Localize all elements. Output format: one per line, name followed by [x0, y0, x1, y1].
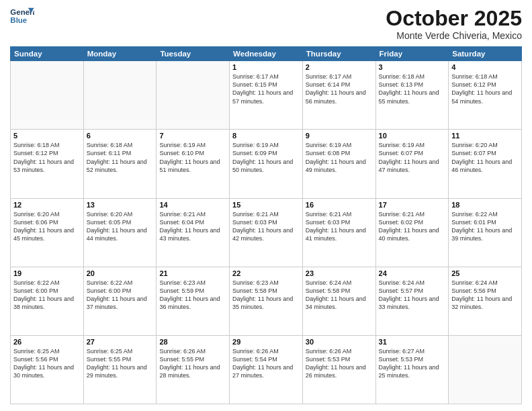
- day-info: Sunrise: 6:18 AM Sunset: 6:12 PM Dayligh…: [13, 141, 81, 174]
- table-row: 20Sunrise: 6:22 AM Sunset: 6:00 PM Dayli…: [83, 267, 157, 335]
- title-section: October 2025 Monte Verde Chiveria, Mexic…: [386, 7, 522, 41]
- day-number: 24: [379, 269, 446, 277]
- day-number: 31: [379, 338, 446, 346]
- day-info: Sunrise: 6:19 AM Sunset: 6:07 PM Dayligh…: [379, 141, 446, 174]
- day-number: 23: [306, 269, 373, 277]
- day-number: 25: [451, 269, 519, 277]
- table-row: 31Sunrise: 6:27 AM Sunset: 5:53 PM Dayli…: [375, 335, 449, 404]
- table-row: 25Sunrise: 6:24 AM Sunset: 5:56 PM Dayli…: [449, 267, 522, 335]
- header: General Blue October 2025 Monte Verde Ch…: [10, 7, 522, 41]
- table-row: 6Sunrise: 6:18 AM Sunset: 6:11 PM Daylig…: [83, 130, 157, 198]
- day-number: 13: [87, 201, 154, 209]
- table-row: 9Sunrise: 6:19 AM Sunset: 6:08 PM Daylig…: [302, 130, 375, 198]
- table-row: 22Sunrise: 6:23 AM Sunset: 5:58 PM Dayli…: [230, 267, 303, 335]
- day-info: Sunrise: 6:25 AM Sunset: 5:55 PM Dayligh…: [87, 347, 154, 380]
- day-number: 16: [306, 201, 373, 209]
- table-row: 19Sunrise: 6:22 AM Sunset: 6:00 PM Dayli…: [11, 267, 84, 335]
- day-info: Sunrise: 6:23 AM Sunset: 5:58 PM Dayligh…: [232, 279, 300, 312]
- day-number: 17: [379, 201, 446, 209]
- location: Monte Verde Chiveria, Mexico: [386, 30, 522, 41]
- day-number: 22: [232, 269, 300, 277]
- logo-icon: General Blue: [10, 7, 34, 27]
- day-number: 1: [232, 63, 300, 71]
- day-info: Sunrise: 6:20 AM Sunset: 6:05 PM Dayligh…: [87, 210, 154, 243]
- table-row: 29Sunrise: 6:26 AM Sunset: 5:54 PM Dayli…: [230, 335, 303, 404]
- table-row: 13Sunrise: 6:20 AM Sunset: 6:05 PM Dayli…: [83, 198, 157, 267]
- month-title: October 2025: [386, 7, 522, 30]
- day-info: Sunrise: 6:17 AM Sunset: 6:15 PM Dayligh…: [232, 73, 300, 105]
- table-row: 30Sunrise: 6:26 AM Sunset: 5:53 PM Dayli…: [302, 335, 375, 404]
- day-number: 18: [451, 201, 519, 209]
- day-info: Sunrise: 6:19 AM Sunset: 6:09 PM Dayligh…: [232, 141, 300, 174]
- day-number: 3: [379, 63, 446, 71]
- svg-text:Blue: Blue: [10, 16, 27, 24]
- day-info: Sunrise: 6:24 AM Sunset: 5:58 PM Dayligh…: [306, 279, 373, 312]
- col-monday: Monday: [83, 47, 157, 61]
- table-row: 8Sunrise: 6:19 AM Sunset: 6:09 PM Daylig…: [230, 130, 303, 198]
- day-info: Sunrise: 6:24 AM Sunset: 5:56 PM Dayligh…: [451, 279, 519, 312]
- day-info: Sunrise: 6:26 AM Sunset: 5:55 PM Dayligh…: [159, 347, 226, 380]
- day-info: Sunrise: 6:22 AM Sunset: 6:00 PM Dayligh…: [87, 279, 154, 312]
- day-info: Sunrise: 6:17 AM Sunset: 6:14 PM Dayligh…: [306, 73, 373, 105]
- table-row: 27Sunrise: 6:25 AM Sunset: 5:55 PM Dayli…: [83, 335, 157, 404]
- day-number: 7: [159, 132, 226, 140]
- col-wednesday: Wednesday: [230, 47, 303, 61]
- week-row-4: 26Sunrise: 6:25 AM Sunset: 5:56 PM Dayli…: [11, 335, 522, 404]
- day-number: 26: [13, 338, 81, 346]
- table-row: 3Sunrise: 6:18 AM Sunset: 6:13 PM Daylig…: [375, 61, 449, 130]
- day-info: Sunrise: 6:21 AM Sunset: 6:02 PM Dayligh…: [379, 210, 446, 243]
- day-info: Sunrise: 6:25 AM Sunset: 5:56 PM Dayligh…: [13, 347, 81, 380]
- table-row: 23Sunrise: 6:24 AM Sunset: 5:58 PM Dayli…: [302, 267, 375, 335]
- page: General Blue October 2025 Monte Verde Ch…: [0, 0, 532, 411]
- day-number: 11: [451, 132, 519, 140]
- week-row-1: 5Sunrise: 6:18 AM Sunset: 6:12 PM Daylig…: [11, 130, 522, 198]
- col-sunday: Sunday: [11, 47, 84, 61]
- table-row: 15Sunrise: 6:21 AM Sunset: 6:03 PM Dayli…: [230, 198, 303, 267]
- day-number: 6: [87, 132, 154, 140]
- day-info: Sunrise: 6:18 AM Sunset: 6:11 PM Dayligh…: [87, 141, 154, 174]
- day-info: Sunrise: 6:18 AM Sunset: 6:13 PM Dayligh…: [379, 73, 446, 105]
- day-number: 8: [232, 132, 300, 140]
- col-friday: Friday: [375, 47, 449, 61]
- day-number: 20: [87, 269, 154, 277]
- day-number: 19: [13, 269, 81, 277]
- day-number: 28: [159, 338, 226, 346]
- table-row: [157, 61, 230, 130]
- day-info: Sunrise: 6:24 AM Sunset: 5:57 PM Dayligh…: [379, 279, 446, 312]
- week-row-0: 1Sunrise: 6:17 AM Sunset: 6:15 PM Daylig…: [11, 61, 522, 130]
- day-info: Sunrise: 6:20 AM Sunset: 6:06 PM Dayligh…: [13, 210, 81, 243]
- day-number: 30: [306, 338, 373, 346]
- table-row: 24Sunrise: 6:24 AM Sunset: 5:57 PM Dayli…: [375, 267, 449, 335]
- day-info: Sunrise: 6:23 AM Sunset: 5:59 PM Dayligh…: [159, 279, 226, 312]
- day-info: Sunrise: 6:21 AM Sunset: 6:04 PM Dayligh…: [159, 210, 226, 243]
- day-info: Sunrise: 6:21 AM Sunset: 6:03 PM Dayligh…: [232, 210, 300, 243]
- table-row: 21Sunrise: 6:23 AM Sunset: 5:59 PM Dayli…: [157, 267, 230, 335]
- table-row: 12Sunrise: 6:20 AM Sunset: 6:06 PM Dayli…: [11, 198, 84, 267]
- table-row: 26Sunrise: 6:25 AM Sunset: 5:56 PM Dayli…: [11, 335, 84, 404]
- table-row: 4Sunrise: 6:18 AM Sunset: 6:12 PM Daylig…: [449, 61, 522, 130]
- table-row: 18Sunrise: 6:22 AM Sunset: 6:01 PM Dayli…: [449, 198, 522, 267]
- table-row: [83, 61, 157, 130]
- day-number: 4: [451, 63, 519, 71]
- table-row: 28Sunrise: 6:26 AM Sunset: 5:55 PM Dayli…: [157, 335, 230, 404]
- day-number: 2: [306, 63, 373, 71]
- logo: General Blue: [10, 7, 34, 27]
- day-number: 5: [13, 132, 81, 140]
- table-row: 10Sunrise: 6:19 AM Sunset: 6:07 PM Dayli…: [375, 130, 449, 198]
- table-row: 2Sunrise: 6:17 AM Sunset: 6:14 PM Daylig…: [302, 61, 375, 130]
- table-row: [11, 61, 84, 130]
- header-row: Sunday Monday Tuesday Wednesday Thursday…: [11, 47, 522, 61]
- week-row-3: 19Sunrise: 6:22 AM Sunset: 6:00 PM Dayli…: [11, 267, 522, 335]
- table-row: 16Sunrise: 6:21 AM Sunset: 6:03 PM Dayli…: [302, 198, 375, 267]
- col-saturday: Saturday: [449, 47, 522, 61]
- day-info: Sunrise: 6:21 AM Sunset: 6:03 PM Dayligh…: [306, 210, 373, 243]
- day-info: Sunrise: 6:19 AM Sunset: 6:08 PM Dayligh…: [306, 141, 373, 174]
- table-row: 17Sunrise: 6:21 AM Sunset: 6:02 PM Dayli…: [375, 198, 449, 267]
- day-info: Sunrise: 6:18 AM Sunset: 6:12 PM Dayligh…: [451, 73, 519, 105]
- day-info: Sunrise: 6:22 AM Sunset: 6:00 PM Dayligh…: [13, 279, 81, 312]
- table-row: 5Sunrise: 6:18 AM Sunset: 6:12 PM Daylig…: [11, 130, 84, 198]
- table-row: [449, 335, 522, 404]
- day-number: 9: [306, 132, 373, 140]
- day-number: 15: [232, 201, 300, 209]
- week-row-2: 12Sunrise: 6:20 AM Sunset: 6:06 PM Dayli…: [11, 198, 522, 267]
